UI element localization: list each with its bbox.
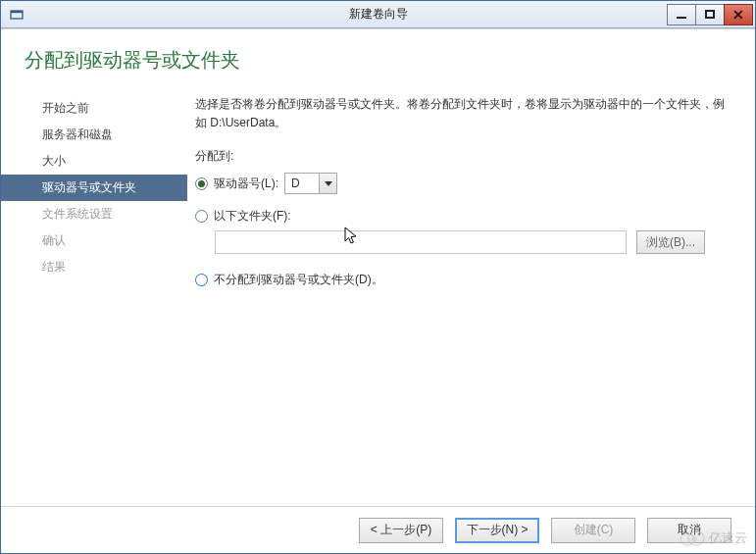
close-button[interactable]: ✕ [724,4,753,25]
step-before-you-begin[interactable]: 开始之前 [1,95,187,122]
maximize-button[interactable] [695,4,725,25]
option-none-label: 不分配到驱动器号或文件夹(D)。 [214,272,383,288]
app-icon [7,5,26,25]
svg-rect-1 [11,11,23,13]
page-heading: 分配到驱动器号或文件夹 [1,29,755,91]
chevron-down-icon[interactable] [319,174,336,193]
wizard-window: 新建卷向导 ✕ 分配到驱动器号或文件夹 开始之前 服务器和磁盘 大小 驱动器号或… [0,0,756,554]
radio-drive-letter[interactable] [195,177,208,190]
browse-button[interactable]: 浏览(B)... [636,230,705,254]
step-drive-letter[interactable]: 驱动器号或文件夹 [1,175,187,201]
step-size[interactable]: 大小 [1,148,187,175]
step-filesystem: 文件系统设置 [1,201,187,227]
cancel-button[interactable]: 取消 [647,518,731,543]
minimize-button[interactable] [667,4,696,25]
drive-letter-value: D [285,174,319,193]
folder-path-input[interactable] [215,230,627,254]
window-buttons: ✕ [668,4,753,25]
previous-button[interactable]: < 上一步(P) [359,518,443,543]
steps-sidebar: 开始之前 服务器和磁盘 大小 驱动器号或文件夹 文件系统设置 确认 结果 [1,91,187,506]
window-title: 新建卷向导 [1,6,755,23]
option-folder[interactable]: 以下文件夹(F): [195,208,731,225]
option-drive-letter[interactable]: 驱动器号(L): D [195,173,731,194]
step-server-and-disk[interactable]: 服务器和磁盘 [1,122,187,148]
step-confirm: 确认 [1,227,187,254]
option-none[interactable]: 不分配到驱动器号或文件夹(D)。 [195,272,731,288]
description-text: 选择是否将卷分配到驱动器号或文件夹。将卷分配到文件夹时，卷将显示为驱动器中的一个… [195,95,731,132]
option-folder-label: 以下文件夹(F): [214,208,291,225]
option-drive-letter-label: 驱动器号(L): [214,176,278,192]
folder-row: 浏览(B)... [215,230,731,254]
radio-none[interactable] [195,274,208,286]
content-area: 分配到驱动器号或文件夹 开始之前 服务器和磁盘 大小 驱动器号或文件夹 文件系统… [1,28,755,553]
titlebar: 新建卷向导 ✕ [1,1,755,28]
step-results: 结果 [1,254,187,280]
create-button[interactable]: 创建(C) [551,518,635,543]
body: 开始之前 服务器和磁盘 大小 驱动器号或文件夹 文件系统设置 确认 结果 选择是… [1,91,755,506]
assign-to-label: 分配到: [195,148,731,165]
next-button[interactable]: 下一步(N) > [455,518,539,543]
drive-letter-combo[interactable]: D [284,173,337,194]
footer: < 上一步(P) 下一步(N) > 创建(C) 取消 [1,506,755,553]
radio-folder[interactable] [195,210,208,223]
main-panel: 选择是否将卷分配到驱动器号或文件夹。将卷分配到文件夹时，卷将显示为驱动器中的一个… [187,91,755,506]
